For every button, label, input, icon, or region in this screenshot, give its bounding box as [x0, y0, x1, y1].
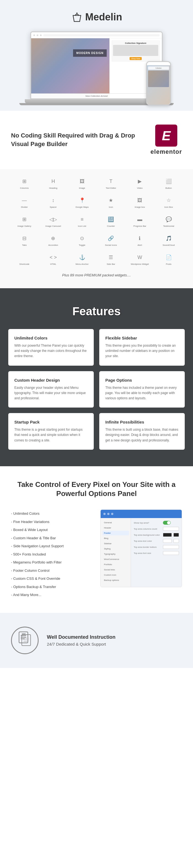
widget-item-icon: ★ Icon	[98, 194, 125, 211]
panel-sidebar-item-portfolio[interactable]: Portfolio	[102, 562, 129, 567]
logo-icon	[71, 11, 83, 23]
widget-icon: ▶	[135, 177, 144, 186]
widget-item-heading: H Heading	[40, 175, 67, 191]
phone-mockup: Collection	[146, 61, 171, 105]
panel-toggle-0[interactable]	[163, 521, 171, 525]
panel-input-4[interactable]	[163, 545, 179, 549]
panel-sidebar-item-social-links[interactable]: Social links	[102, 567, 129, 572]
support-line1: Well Documented Instruction	[47, 634, 115, 640]
widget-icon: < >	[49, 253, 58, 262]
elementor-section: No Coding Skill Required with Drag & Dro…	[0, 111, 193, 169]
widget-item-image-box: 🖼 Image box	[127, 194, 153, 211]
panel-row-4: Top area border bottom	[134, 545, 179, 549]
options-panel-title: Take Control of Every Pixel on Your Site…	[11, 480, 182, 499]
document-icon	[18, 631, 32, 647]
panel-sidebar-item-general[interactable]: General	[102, 520, 129, 525]
widget-icon: ▬	[135, 215, 144, 224]
panel-sidebar-item-woocommerce[interactable]: WooCommerce	[102, 557, 129, 562]
widget-item-google-maps: 📍 Google Maps	[68, 194, 95, 211]
right-card: Collection Signature Shop Now	[112, 40, 160, 61]
widget-item-spacer: ↕ Spacer	[40, 194, 67, 211]
feature-card-0: Unlimited Colors With our powerful Theme…	[8, 329, 94, 366]
widget-item-tabs: ⊟ Tabs	[11, 232, 38, 249]
feature-card-text-0: With our powerful Theme Panel you can qu…	[14, 343, 88, 359]
widget-label: Icon Box	[164, 206, 173, 208]
widget-icon: ≡	[78, 215, 87, 224]
widget-item-image-gallery: ⊞ Image Gallery	[11, 213, 38, 229]
support-text: Well Documented Instruction 24/7 Dedicat…	[47, 634, 115, 647]
widgets-grid: ⊞ Columns H Heading 🖼 Image T Text Edito…	[11, 175, 182, 268]
widget-label: Image box	[135, 206, 145, 208]
widget-item-progress-bar: ▬ Progress Bar	[127, 213, 153, 229]
color-swatch-3[interactable]	[173, 539, 179, 543]
elementor-logo: E elementor	[150, 125, 182, 155]
panel-main: Show top area? Top area columns count To…	[131, 518, 182, 587]
widget-icon: ⊟	[20, 234, 29, 243]
widget-icon: 📄	[164, 253, 173, 262]
widget-label: Testimonial	[163, 225, 174, 227]
panel-sidebar-item-typography[interactable]: Typography	[102, 552, 129, 556]
widget-item-counter: 🔢 Counter	[98, 213, 125, 229]
svg-rect-8	[23, 640, 29, 640]
panel-sidebar-item-blog[interactable]: Blog	[102, 536, 129, 540]
options-list-item-3: - Custom Header & Title Bar	[11, 534, 92, 542]
widget-label: Toggle	[79, 244, 85, 246]
panel-sidebar-item-header[interactable]: Header	[102, 526, 129, 530]
widget-icon: 🔗	[106, 234, 115, 243]
widget-icon: ⚓	[78, 253, 87, 262]
panel-dot-2	[107, 513, 109, 515]
panel-sidebar-item-sidebar[interactable]: Sidebar	[102, 541, 129, 546]
feature-card-text-4: This theme is a great starting point for…	[14, 427, 88, 443]
nav-dot-1	[33, 34, 35, 36]
widget-item-toggle: ⊙ Toggle	[68, 232, 95, 249]
panel-row-2: Top area background color	[134, 533, 179, 537]
new-collection-text: New Collection Arrived	[31, 93, 162, 98]
widget-item-social-icons: 🔗 Social Icons	[98, 232, 125, 249]
widget-icon: W	[135, 253, 144, 262]
panel-dot-1	[103, 513, 106, 515]
feature-card-title-2: Custom Header Design	[14, 378, 88, 382]
panel-sidebar-item-custom-icon[interactable]: Custom icon	[102, 572, 129, 577]
panel-input-5[interactable]	[163, 551, 179, 555]
widget-label: Social Icons	[105, 244, 117, 246]
widget-label: Button	[165, 187, 172, 189]
svg-rect-7	[23, 638, 29, 639]
feature-card-5: Infinite Possibilities This theme is bui…	[99, 413, 185, 450]
widget-label: Text Editor	[106, 187, 116, 189]
options-list-item-5: - 500+ Fonts Included	[11, 550, 92, 559]
options-panel-section: Take Control of Every Pixel on Your Site…	[0, 466, 193, 613]
panel-sidebar-item-styling[interactable]: Styling	[102, 547, 129, 551]
widget-item-side-bar: ☰ Side Bar	[98, 251, 125, 268]
options-list-item-10: - And Many More...	[11, 591, 92, 599]
widget-icon: ⊞	[20, 215, 29, 224]
widget-item-text-editor: T Text Editor	[98, 175, 125, 191]
elementor-brand-name: elementor	[150, 148, 182, 155]
widget-label: SoundCloud	[163, 244, 175, 246]
panel-input-1[interactable]	[163, 527, 179, 531]
widget-label: Alert	[138, 244, 142, 246]
options-list-item-4: - Side Navigation Layout Support	[11, 542, 92, 550]
widget-icon: ℹ	[135, 234, 144, 243]
widget-icon: H	[49, 177, 58, 186]
widget-icon: 💬	[164, 215, 173, 224]
feature-card-title-0: Unlimited Colors	[14, 336, 88, 340]
widget-item-alert: ℹ Alert	[127, 232, 153, 249]
color-swatch-2[interactable]	[173, 533, 179, 537]
panel-sidebar: GeneralHeaderFooterBlogSidebarStylingTyp…	[101, 518, 131, 587]
options-content: - Unlimited Colors- Five Header Variatio…	[11, 509, 182, 599]
panel-input-2[interactable]	[163, 533, 172, 537]
shop-now-btn[interactable]: Shop Now	[130, 57, 142, 60]
panel-input-3[interactable]	[163, 539, 172, 543]
feature-card-3: Page Options This theme has included a t…	[99, 371, 185, 408]
panel-row-1: Top area columns count	[134, 527, 179, 531]
elementor-text: No Coding Skill Required with Drag & Dro…	[11, 131, 145, 149]
panel-label-0: Show top area?	[134, 522, 161, 524]
widget-item-button: ⬜ Button	[155, 175, 182, 191]
widget-label: Heading	[49, 187, 57, 189]
panel-sidebar-item-backup-options[interactable]: Backup options	[102, 578, 129, 583]
nav-dot-2	[37, 34, 38, 36]
elementor-e-icon: E	[155, 125, 177, 147]
feature-card-title-3: Page Options	[105, 378, 179, 382]
panel-body: GeneralHeaderFooterBlogSidebarStylingTyp…	[101, 518, 182, 587]
panel-sidebar-item-footer[interactable]: Footer	[102, 531, 129, 535]
